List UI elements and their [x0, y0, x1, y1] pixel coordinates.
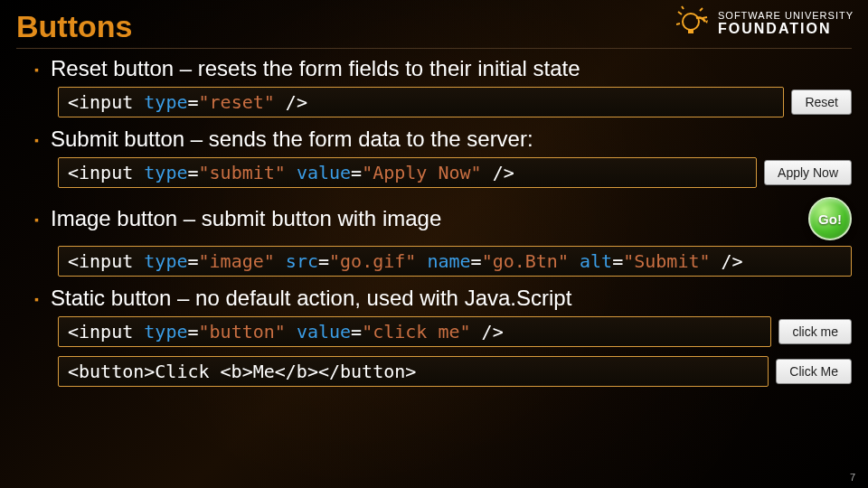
logo: SOFTWARE UNIVERSITY FOUNDATION [676, 5, 854, 42]
code-block: <input type="reset" /> [58, 87, 784, 117]
go-button[interactable]: Go! [808, 197, 852, 240]
demo-button[interactable]: Reset [791, 89, 852, 115]
bullet-text: Image button – submit button with image [51, 206, 441, 230]
logo-line2: FOUNDATION [718, 21, 854, 37]
page-number: 7 [850, 472, 855, 483]
bullet-text: Reset button – resets the form fields to… [51, 56, 580, 80]
code-block: <input type="button" value="click me" /> [58, 316, 771, 347]
logo-line1: SOFTWARE UNIVERSITY [718, 10, 854, 21]
bullet-item: ▪Submit button – sends the form data to … [34, 127, 852, 152]
code-row: <input type="button" value="click me" />… [58, 316, 852, 347]
bullet-icon: ▪ [34, 62, 51, 77]
code-row: <button>Click <b>Me</b></button>Click Me [58, 356, 852, 387]
code-row: <input type="reset" />Reset [58, 87, 852, 117]
bullet-icon: ▪ [34, 292, 51, 306]
svg-point-0 [683, 14, 699, 30]
code-row: <input type="submit" value="Apply Now" /… [58, 157, 852, 188]
code-block: <button>Click <b>Me</b></button> [58, 356, 769, 387]
bullet-item: ▪Image button – submit button with image… [34, 197, 852, 240]
code-block: <input type="submit" value="Apply Now" /… [58, 157, 757, 188]
code-block: <input type="image" src="go.gif" name="g… [58, 246, 852, 277]
bullet-item: ▪Static button – no default action, used… [34, 286, 852, 311]
bullet-text: Submit button – sends the form data to t… [51, 127, 533, 151]
bullet-text: Static button – no default action, used … [51, 286, 571, 310]
demo-button[interactable]: Click Me [776, 359, 852, 384]
demo-button[interactable]: click me [778, 319, 852, 344]
bullet-icon: ▪ [34, 133, 51, 147]
code-row: <input type="image" src="go.gif" name="g… [58, 246, 852, 277]
bullet-icon: ▪ [34, 212, 51, 227]
bullet-item: ▪Reset button – resets the form fields t… [34, 56, 852, 81]
demo-button[interactable]: Apply Now [764, 160, 852, 185]
lightbulb-icon [676, 5, 712, 42]
